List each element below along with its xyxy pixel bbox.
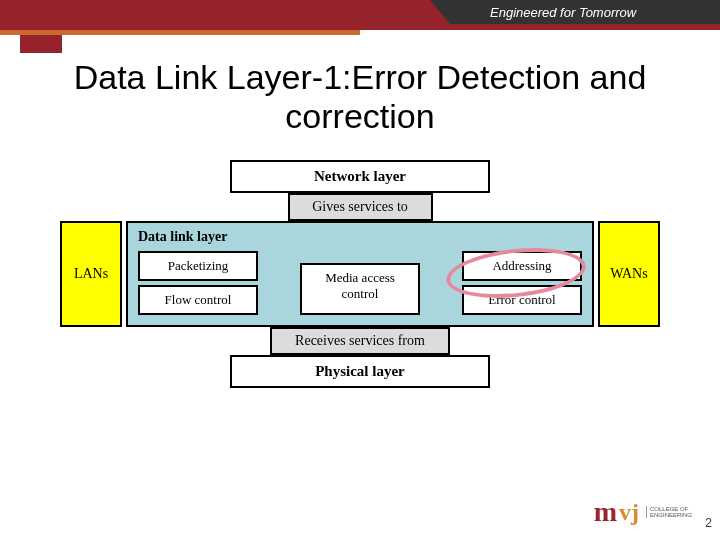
physical-layer-box: Physical layer <box>230 355 490 388</box>
data-link-layer-box: Data link layer Packetizing Addressing F… <box>126 221 594 327</box>
network-layer-box: Network layer <box>230 160 490 193</box>
packetizing-box: Packetizing <box>138 251 258 281</box>
logo-vj: vj <box>619 499 639 526</box>
dll-grid: Packetizing Addressing Flow control Medi… <box>138 251 582 315</box>
media-access-box: Media access control <box>300 263 420 315</box>
lans-box: LANs <box>60 221 122 327</box>
header-tagline: Engineered for Tomorrow <box>450 0 720 24</box>
dll-row-2: Flow control Media access control Error … <box>138 285 582 315</box>
footer-logo: m vj COLLEGE OF ENGINEERING <box>594 496 692 528</box>
receives-services-label: Receives services from <box>270 327 450 355</box>
wans-box: WANs <box>598 221 660 327</box>
error-control-box: Error control <box>462 285 582 315</box>
dll-title: Data link layer <box>138 229 582 245</box>
slide-title: Data Link Layer-1:Error Detection and co… <box>50 58 670 136</box>
gives-services-label: Gives services to <box>288 193 433 221</box>
layer-diagram: Network layer Gives services to LANs Dat… <box>60 160 660 388</box>
flow-control-box: Flow control <box>138 285 258 315</box>
middle-row: LANs Data link layer Packetizing Address… <box>60 221 660 327</box>
addressing-box: Addressing <box>462 251 582 281</box>
logo-sub-line2: ENGINEERING <box>650 512 692 518</box>
logo-subtext: COLLEGE OF ENGINEERING <box>646 506 692 518</box>
page-number: 2 <box>705 516 712 530</box>
header-red-tab <box>20 35 62 53</box>
logo-m: m <box>594 496 617 528</box>
